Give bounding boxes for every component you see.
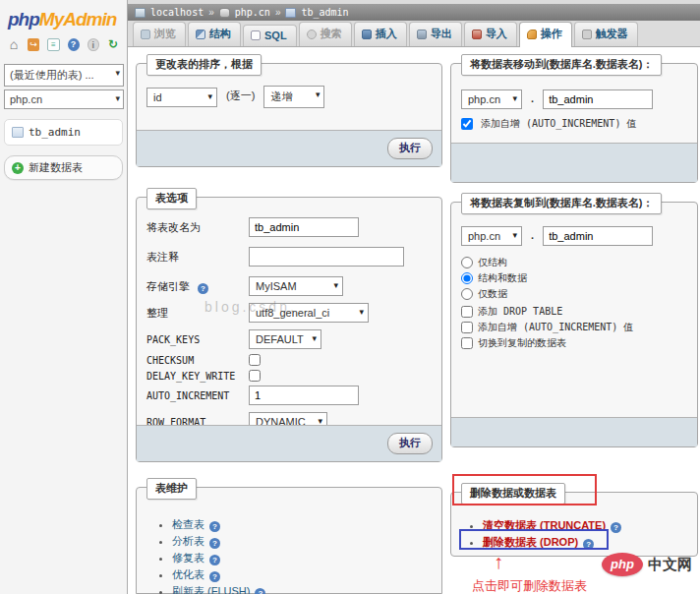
list-item: 分析表? (172, 534, 432, 549)
copy-auto-increment-checkbox[interactable] (461, 322, 473, 333)
add-drop-table-label: 添加 DROP TABLE (478, 306, 562, 317)
tab-sql[interactable]: SQL (243, 25, 297, 46)
docs-icon[interactable]: i (88, 38, 99, 51)
flush-table-link[interactable]: 刷新表 (FLUSH) (172, 585, 250, 594)
tab-insert[interactable]: 插入 (354, 22, 407, 46)
copy-section: 将数据表复制到(数据库名.数据表名)： php.cn . 仅结构 结构和数据 仅… (450, 202, 698, 447)
tab-browse: 浏览 (133, 22, 186, 46)
copy-section-legend: 将数据表复制到(数据库名.数据表名)： (461, 193, 662, 214)
list-item: 删除数据表 (DROP)? (483, 535, 687, 550)
pack-keys-label: PACK_KEYS (146, 334, 249, 345)
help-icon[interactable]: ? (583, 539, 594, 550)
drop-table-link[interactable]: 删除数据表 (DROP) (483, 536, 578, 548)
check-table-link[interactable]: 检查表 (172, 518, 204, 530)
auto-increment-input[interactable] (249, 386, 359, 405)
order-go-button[interactable]: 执行 (387, 138, 433, 159)
table-tree-panel: tb_admin (4, 119, 123, 146)
structure-and-data-label: 结构和数据 (478, 272, 527, 283)
operations-page: blog.csdn. 更改表的排序，根据 id (逐一) 递增 执行 将数据表移… (128, 47, 700, 594)
breadcrumb-table[interactable]: tb_admin (301, 7, 348, 18)
move-auto-increment-checkbox[interactable] (461, 118, 473, 130)
collation-label: 整理 (146, 306, 249, 321)
tab-export[interactable]: 导出 (409, 22, 462, 46)
table-icon (285, 8, 296, 18)
tab-operations[interactable]: 操作 (519, 22, 572, 47)
copy-table-input[interactable] (543, 226, 653, 246)
help-icon[interactable]: ? (611, 522, 621, 533)
server-icon (135, 8, 146, 18)
order-section-footer: 执行 (137, 130, 441, 166)
recent-tables-select[interactable]: (最近使用的表) ... (4, 64, 124, 87)
structure-and-data-radio[interactable] (461, 272, 473, 284)
copy-auto-increment-label: 添加自增 (AUTO_INCREMENT) 值 (478, 322, 633, 332)
checksum-checkbox[interactable] (249, 354, 261, 366)
tab-structure[interactable]: 结构 (188, 22, 241, 46)
tab-bar: 浏览 结构 SQL 搜索 插入 导出 导入 操作 触发器 (128, 20, 700, 46)
data-only-radio[interactable] (461, 288, 473, 300)
comment-input[interactable] (249, 247, 404, 267)
tab-import[interactable]: 导入 (464, 22, 517, 46)
structure-only-radio[interactable] (461, 257, 473, 268)
help-icon[interactable]: ? (68, 38, 80, 51)
breadcrumb-server[interactable]: localhost (150, 7, 204, 18)
switch-to-copied-checkbox[interactable] (461, 337, 473, 349)
phpcn-logo-icon: php (602, 553, 643, 576)
exit-icon[interactable]: ↪ (28, 38, 39, 51)
phpcn-logo: php 中文网 (602, 553, 692, 576)
comment-label: 表注释 (146, 250, 249, 265)
tab-triggers[interactable]: 触发器 (574, 22, 638, 46)
maintenance-legend: 表维护 (146, 478, 197, 500)
move-section: 将数据表移动到(数据库名.数据表名)： php.cn . 添加自增 (AUTO_… (450, 63, 698, 183)
dot-separator: . (531, 92, 534, 104)
copy-db-select[interactable]: php.cn (461, 226, 522, 246)
rename-input[interactable] (249, 217, 359, 237)
breadcrumb-separator: » (275, 7, 281, 18)
options-go-button[interactable]: 执行 (387, 433, 433, 454)
database-select[interactable]: php.cn (4, 89, 124, 109)
structure-icon (196, 30, 205, 39)
repair-table-link[interactable]: 修复表 (172, 552, 204, 564)
move-db-select[interactable]: php.cn (461, 89, 522, 109)
help-icon[interactable]: ? (198, 283, 208, 294)
help-icon[interactable]: ? (209, 555, 220, 565)
optimize-table-link[interactable]: 优化表 (172, 568, 204, 580)
sidebar-icon-toolbar: ⌂ ↪ ≡ ? i ↻ (0, 34, 127, 61)
move-table-input[interactable] (543, 89, 653, 109)
analyze-table-link[interactable]: 分析表 (172, 535, 204, 547)
order-single-label: (逐一) (226, 89, 255, 101)
search-icon (307, 30, 317, 39)
engine-select[interactable]: MyISAM (249, 276, 343, 296)
structure-only-label: 仅结构 (478, 257, 507, 267)
logo-myadmin: MyAdmin (39, 9, 117, 30)
new-table-button[interactable]: + 新建数据表 (4, 155, 123, 180)
red-arrow-icon: ↑ (494, 551, 503, 573)
home-icon[interactable]: ⌂ (8, 38, 20, 51)
order-column-select[interactable]: id (146, 88, 217, 107)
refresh-icon[interactable]: ↻ (107, 38, 119, 51)
phpmyadmin-logo: phpMyAdmin (0, 0, 127, 34)
list-item: 优化表? (172, 567, 432, 582)
copy-section-footer (451, 417, 697, 446)
truncate-table-link[interactable]: 清空数据表 (TRUNCATE) (483, 519, 606, 531)
pack-keys-select[interactable]: DEFAULT (249, 329, 321, 349)
help-icon[interactable]: ? (209, 571, 220, 582)
phpmyadmin-window: phpMyAdmin ⌂ ↪ ≡ ? i ↻ (最近使用的表) ... php.… (0, 0, 700, 594)
sidebar-item-tb-admin[interactable]: tb_admin (10, 124, 117, 141)
auto-increment-label: AUTO_INCREMENT (146, 390, 249, 401)
table-options-legend: 表选项 (146, 188, 197, 209)
list-item: 清空数据表 (TRUNCATE)? (483, 518, 687, 533)
help-icon[interactable]: ? (209, 521, 220, 532)
add-drop-table-checkbox[interactable] (461, 306, 473, 318)
order-direction-select[interactable]: 递增 (263, 86, 324, 108)
breadcrumb-separator: » (208, 7, 214, 18)
delay-key-write-checkbox[interactable] (249, 370, 261, 382)
sql-window-icon[interactable]: ≡ (47, 38, 59, 51)
export-icon (417, 30, 427, 39)
breadcrumb-database[interactable]: php.cn (235, 7, 270, 18)
new-table-label: 新建数据表 (29, 160, 83, 175)
collation-select[interactable]: utf8_general_ci (249, 303, 369, 323)
help-icon[interactable]: ? (209, 538, 220, 549)
help-icon[interactable]: ? (255, 588, 265, 594)
import-icon (472, 30, 482, 39)
order-section-legend: 更改表的排序，根据 (146, 54, 262, 76)
